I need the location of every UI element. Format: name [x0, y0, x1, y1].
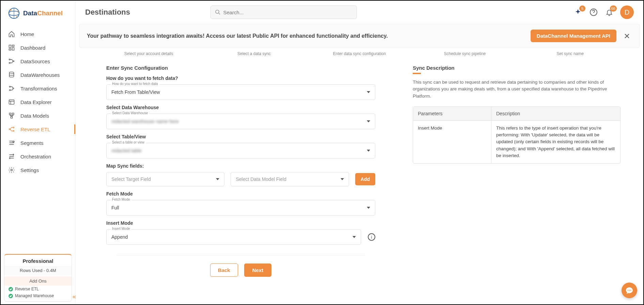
float-label: Insert Mode — [111, 227, 131, 231]
nav-segments[interactable]: Segments — [1, 136, 75, 150]
transform-icon — [8, 85, 15, 92]
dashboard-icon — [8, 44, 15, 51]
map-row: Select Target Field Select Data Model Fi… — [106, 172, 375, 186]
addon-item: Reverse ETL — [4, 286, 72, 292]
nav-home[interactable]: Home — [1, 27, 75, 41]
table-select[interactable]: Select a table or view redacted table — [106, 143, 375, 158]
avatar[interactable]: D — [620, 5, 634, 19]
api-banner: Your pathway to seamless integration awa… — [79, 24, 640, 48]
chevron-down-icon — [216, 178, 219, 180]
nav-label: Settings — [20, 167, 39, 173]
search-icon — [215, 9, 221, 15]
select-placeholder: Select Target Field — [111, 176, 216, 182]
desc-text: This sync can be used to request and ret… — [413, 79, 621, 100]
th-description: Description — [491, 107, 620, 120]
svg-point-21 — [13, 130, 14, 131]
svg-point-29 — [630, 290, 631, 290]
nav-datasources[interactable]: DataSources — [1, 54, 75, 68]
nav-label: Segments — [20, 140, 44, 146]
select-value-redacted: redacted warehouse name here — [111, 119, 367, 124]
models-icon — [8, 112, 15, 119]
data-warehouse-select[interactable]: Select Data Warehouse redacted warehouse… — [106, 114, 375, 129]
step-nav: Back Next — [106, 264, 375, 277]
bell-badge: 66 — [610, 5, 617, 12]
nav-transformations[interactable]: Transformations — [1, 82, 75, 95]
fetch-method-select[interactable]: How do you want to fetch data Fetch From… — [106, 84, 375, 100]
nav-label: Dashboard — [20, 45, 45, 51]
page-title: Destinations — [85, 8, 130, 17]
svg-point-23 — [13, 141, 14, 142]
chat-fab-button[interactable] — [622, 283, 637, 298]
plan-rows: Rows Used - 0.4M — [4, 266, 72, 275]
svg-point-24 — [11, 169, 13, 171]
step: Set sync name — [543, 51, 597, 56]
svg-point-12 — [9, 72, 14, 74]
description-column: Sync Description This sync can be used t… — [413, 65, 621, 294]
nav-label: DataWarehouses — [20, 72, 60, 78]
info-icon[interactable]: i — [368, 233, 375, 241]
stepper: Select your account details Select a dat… — [76, 48, 643, 58]
float-label: Fetch Mode — [111, 198, 131, 201]
table-label: Select Table/View — [106, 134, 375, 139]
brand-logo[interactable]: DataChannel — [1, 7, 75, 26]
nav-settings[interactable]: Settings — [1, 163, 75, 177]
map-label: Map Sync fields: — [106, 163, 375, 169]
help-button[interactable] — [589, 7, 598, 17]
banner-close-button[interactable] — [622, 31, 632, 41]
back-button[interactable]: Back — [210, 264, 238, 277]
addons-header: Add Ons — [4, 276, 72, 286]
nav-label: Data Explorer — [20, 99, 52, 105]
sparkle-button[interactable]: 5 — [573, 7, 583, 17]
select-value-redacted: redacted table — [111, 148, 367, 153]
chevron-down-icon — [367, 120, 370, 122]
model-field-select[interactable]: Select Data Model Field — [231, 172, 349, 186]
svg-rect-16 — [9, 100, 14, 104]
search-input[interactable] — [223, 10, 352, 15]
home-icon — [8, 31, 15, 37]
sidebar-collapse-button[interactable]: « — [73, 293, 76, 300]
nav-reverseetl[interactable]: Reverse ETL — [1, 122, 75, 136]
chevron-down-icon — [367, 207, 370, 209]
target-field-select[interactable]: Select Target Field — [106, 172, 224, 186]
plan-card: Professional Rows Used - 0.4M Add Ons Re… — [4, 254, 72, 302]
svg-rect-18 — [12, 113, 14, 115]
svg-rect-5 — [9, 45, 11, 48]
chat-icon — [625, 286, 633, 294]
select-value: Full — [111, 205, 367, 210]
divider — [116, 255, 365, 255]
param-table: Parameters Description Insert Mode This … — [413, 106, 621, 164]
svg-point-27 — [628, 290, 628, 290]
nav-dataexplorer[interactable]: Data Explorer — [1, 95, 75, 109]
svg-rect-19 — [11, 117, 13, 118]
orchestration-icon — [8, 153, 15, 160]
nav-label: DataSources — [20, 58, 50, 64]
explorer-icon — [8, 99, 15, 105]
add-mapping-button[interactable]: Add — [355, 173, 375, 185]
fetch-question-label: How do you want to fetch data? — [106, 75, 375, 81]
svg-point-13 — [9, 86, 10, 87]
nav-orchestration[interactable]: Orchestration — [1, 150, 75, 163]
select-value: Fetch From Table/View — [111, 89, 367, 95]
fetch-mode-select[interactable]: Fetch Mode Full — [106, 200, 375, 216]
nav-label: Home — [20, 31, 34, 37]
nav-datawarehouses[interactable]: DataWarehouses — [1, 68, 75, 82]
globe-icon — [7, 7, 20, 20]
svg-point-10 — [9, 62, 10, 63]
fetchmode-label: Fetch Mode — [106, 191, 375, 197]
banner-cta-button[interactable]: DataChannel Management API — [531, 30, 616, 42]
search-box[interactable] — [210, 5, 357, 19]
svg-point-25 — [216, 10, 219, 14]
svg-point-11 — [13, 61, 14, 62]
chevron-down-icon — [367, 91, 370, 93]
nav-label: Transformations — [20, 86, 57, 91]
insert-mode-select[interactable]: Insert Mode Append — [106, 229, 361, 245]
notifications-button[interactable]: 66 — [604, 7, 614, 17]
step: Enter data sync configuration — [332, 51, 387, 56]
nav-dashboard[interactable]: Dashboard — [1, 41, 75, 54]
next-button[interactable]: Next — [244, 264, 272, 277]
chevron-down-icon — [352, 236, 356, 238]
svg-point-22 — [9, 129, 10, 130]
td-description: This refers to the type of insert operat… — [491, 121, 620, 163]
nav-datamodels[interactable]: Data Models — [1, 109, 75, 122]
step: Schedule sync pipeline — [438, 51, 492, 56]
